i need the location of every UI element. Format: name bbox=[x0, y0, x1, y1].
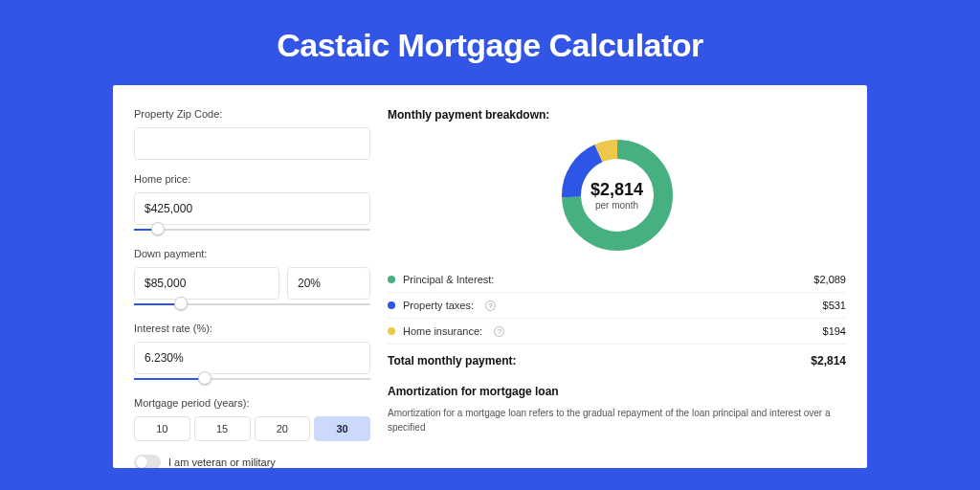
page-title: Castaic Mortgage Calculator bbox=[0, 0, 980, 85]
home-price-input[interactable] bbox=[134, 192, 370, 225]
total-label: Total monthly payment: bbox=[388, 354, 516, 368]
period-options: 10 15 20 30 bbox=[134, 416, 370, 441]
legend-label: Property taxes: bbox=[403, 300, 474, 311]
home-price-group: Home price: bbox=[134, 173, 370, 234]
legend-value: $531 bbox=[823, 300, 846, 311]
donut-center: $2,814 per month bbox=[559, 137, 676, 254]
donut-chart-area: $2,814 per month bbox=[388, 131, 846, 267]
donut-sub: per month bbox=[595, 200, 638, 211]
form-panel: Property Zip Code: Home price: Down paym… bbox=[134, 108, 370, 468]
toggle-knob bbox=[136, 457, 147, 468]
slider-fill bbox=[134, 378, 205, 380]
down-payment-slider[interactable] bbox=[134, 301, 370, 309]
breakdown-title: Monthly payment breakdown: bbox=[388, 108, 846, 122]
slider-thumb[interactable] bbox=[151, 222, 165, 235]
period-option-30[interactable]: 30 bbox=[314, 416, 370, 441]
interest-rate-slider[interactable] bbox=[134, 376, 370, 384]
slider-thumb[interactable] bbox=[174, 297, 188, 310]
home-price-slider[interactable] bbox=[134, 227, 370, 234]
down-payment-group: Down payment: bbox=[134, 248, 370, 309]
legend-insurance: Home insurance: ? $194 bbox=[388, 319, 846, 345]
down-payment-pct-input[interactable] bbox=[287, 267, 370, 300]
amortization-title: Amortization for mortgage loan bbox=[388, 385, 846, 398]
info-icon[interactable]: ? bbox=[494, 326, 504, 337]
amortization-text: Amortization for a mortgage loan refers … bbox=[388, 406, 846, 434]
interest-rate-input[interactable] bbox=[134, 342, 370, 374]
breakdown-panel: Monthly payment breakdown: $2,814 per mo… bbox=[370, 108, 846, 468]
zip-label: Property Zip Code: bbox=[134, 108, 370, 120]
total-value: $2,814 bbox=[811, 354, 846, 368]
legend-label: Home insurance: bbox=[403, 325, 482, 337]
legend-value: $194 bbox=[823, 325, 846, 337]
veteran-label: I am veteran or military bbox=[168, 457, 276, 468]
slider-thumb[interactable] bbox=[198, 371, 212, 385]
donut-amount: $2,814 bbox=[590, 180, 643, 200]
zip-input[interactable] bbox=[134, 127, 370, 160]
donut-chart: $2,814 per month bbox=[559, 137, 676, 254]
interest-rate-group: Interest rate (%): bbox=[134, 323, 370, 384]
zip-field-group: Property Zip Code: bbox=[134, 108, 370, 160]
period-option-10[interactable]: 10 bbox=[134, 416, 190, 441]
period-option-15[interactable]: 15 bbox=[194, 416, 251, 441]
period-label: Mortgage period (years): bbox=[134, 397, 370, 409]
legend-value: $2,089 bbox=[813, 274, 846, 285]
dot-icon bbox=[388, 301, 395, 309]
period-option-20[interactable]: 20 bbox=[255, 416, 311, 441]
veteran-toggle[interactable] bbox=[134, 455, 161, 468]
info-icon[interactable]: ? bbox=[485, 301, 496, 311]
down-payment-label: Down payment: bbox=[134, 248, 370, 259]
period-group: Mortgage period (years): 10 15 20 30 bbox=[134, 397, 370, 441]
home-price-label: Home price: bbox=[134, 173, 370, 185]
dot-icon bbox=[388, 276, 395, 283]
slider-track bbox=[134, 229, 370, 231]
veteran-toggle-row: I am veteran or military bbox=[134, 455, 370, 468]
down-payment-input[interactable] bbox=[134, 267, 279, 300]
legend-taxes: Property taxes: ? $531 bbox=[388, 293, 846, 319]
total-row: Total monthly payment: $2,814 bbox=[388, 345, 846, 381]
interest-rate-label: Interest rate (%): bbox=[134, 323, 370, 334]
legend-label: Principal & Interest: bbox=[403, 274, 494, 285]
legend-principal: Principal & Interest: $2,089 bbox=[388, 267, 846, 293]
calculator-card: Property Zip Code: Home price: Down paym… bbox=[113, 85, 867, 468]
dot-icon bbox=[388, 327, 395, 335]
